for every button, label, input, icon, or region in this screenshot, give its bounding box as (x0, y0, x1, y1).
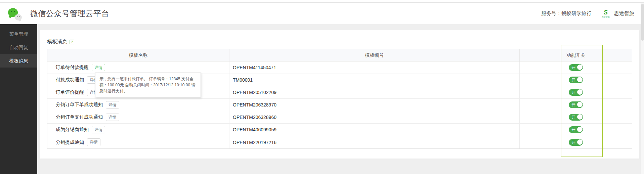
template-code: OPENTM411450471 (229, 61, 520, 74)
template-name: 分销订单支付成功通知 (56, 114, 103, 120)
table-row: 分销提成通知 详情 OPENTM220197216 开 (47, 136, 632, 148)
template-name: 订单评价提醒 (56, 89, 84, 95)
toggle-switch[interactable]: 开 (569, 89, 583, 96)
toggle-switch[interactable]: 开 (569, 126, 583, 133)
detail-button[interactable]: 详情 (92, 126, 105, 133)
vertical-scrollbar[interactable] (641, 3, 644, 174)
toggle-knob (577, 101, 583, 107)
sidebar-item-template-message[interactable]: 模板消息 (0, 54, 37, 68)
toggle-switch[interactable]: 开 (569, 64, 583, 71)
toggle-knob (577, 77, 583, 83)
template-name: 分销提成通知 (56, 139, 84, 145)
detail-button[interactable]: 详情 (106, 101, 119, 108)
template-code: OPENTM220197216 (229, 136, 520, 148)
template-code: OPENTM206328960 (229, 111, 520, 123)
table-header-row: 模板名称 模板编号 功能开关 (47, 49, 632, 61)
column-header-function-switch: 功能开关 (520, 49, 632, 61)
table-row: 成为分销商通知 详情 OPENTM406099059 开 (47, 124, 632, 136)
column-header-template-code: 模板编号 (229, 49, 520, 61)
sidebar: 菜单管理 自动回复 模板消息 (0, 24, 37, 174)
help-icon[interactable]: ? (70, 40, 74, 44)
brand-block: S 思途智旅 思途智旅 (600, 9, 634, 18)
template-code: OPENTM205102209 (229, 86, 520, 98)
detail-button[interactable]: 详情 (92, 64, 105, 71)
toggle-knob (577, 64, 583, 70)
table-row: 分销订单支付成功通知 详情 OPENTM206328960 开 (47, 111, 632, 124)
brand-name: 思途智旅 (614, 10, 634, 17)
toggle-switch[interactable]: 开 (569, 139, 583, 146)
column-header-template-name: 模板名称 (47, 49, 229, 61)
detail-button[interactable]: 详情 (87, 138, 100, 146)
template-name: 成为分销商通知 (56, 127, 89, 133)
toggle-knob (577, 126, 583, 132)
toggle-switch[interactable]: 开 (569, 101, 583, 108)
page: 微信公众号管理云平台 服务号：蚂蚁研学旅行 S 思途智旅 思途智旅 菜单管理 自… (0, 0, 644, 174)
template-name: 订单待付款提醒 (56, 64, 89, 71)
template-code: OPENTM406099059 (229, 124, 520, 136)
toggle-knob (577, 139, 583, 145)
wechat-bubble-small (15, 14, 22, 20)
sidebar-item-menu-manage[interactable]: 菜单管理 (0, 27, 37, 41)
wechat-logo-icon (8, 7, 23, 20)
card-title-row: 模板消息 ? (47, 30, 632, 49)
service-account-label: 服务号：蚂蚁研学旅行 (541, 10, 592, 17)
detail-button[interactable]: 详情 (106, 114, 119, 121)
template-code: TM00001 (229, 74, 520, 86)
app-title: 微信公众号管理云平台 (30, 8, 109, 19)
toggle-knob (577, 114, 583, 120)
template-name: 分销订单下单成功通知 (56, 102, 103, 108)
app-header: 微信公众号管理云平台 服务号：蚂蚁研学旅行 S 思途智旅 思途智旅 (0, 3, 644, 24)
situ-logo-icon: S 思途智旅 (600, 9, 612, 18)
toggle-knob (577, 89, 583, 95)
table-row: 分销订单下单成功通知 详情 OPENTM206328970 开 (47, 99, 632, 111)
template-table: 模板名称 模板编号 功能开关 订单待付款提醒 详情 OPENTM41145047… (47, 49, 632, 149)
template-code: OPENTM206328970 (229, 99, 520, 111)
template-preview-tooltip: 亲，您有一笔未付款订单。 订单编号：12345 支付金额：100.00元 自动关… (95, 73, 201, 97)
scrollbar-thumb[interactable] (641, 4, 644, 41)
template-name: 付款成功通知 (56, 77, 84, 83)
top-strip (0, 0, 644, 3)
toggle-switch[interactable]: 开 (569, 77, 583, 83)
header-right-group: 服务号：蚂蚁研学旅行 S 思途智旅 思途智旅 (541, 9, 634, 18)
sidebar-item-auto-reply[interactable]: 自动回复 (0, 41, 37, 54)
toggle-switch[interactable]: 开 (569, 114, 583, 121)
table-row: 订单待付款提醒 详情 OPENTM411450471 开 (47, 61, 632, 74)
section-title: 模板消息 (47, 39, 67, 45)
